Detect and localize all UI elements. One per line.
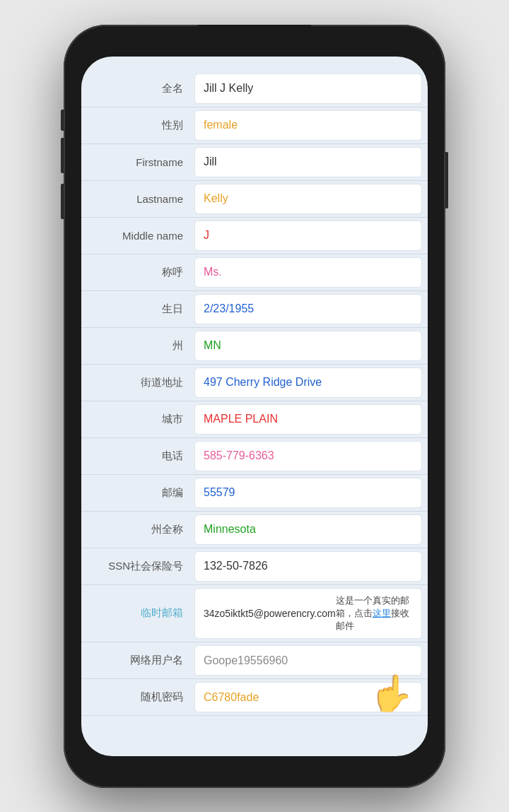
- field-text: 497 Cherry Ridge Drive: [204, 376, 322, 389]
- field-value: MAPLE PLAIN: [194, 404, 422, 435]
- table-row: 城市MAPLE PLAIN: [81, 401, 428, 438]
- table-row: 街道地址497 Cherry Ridge Drive: [81, 365, 428, 401]
- field-text: 132-50-7826: [204, 560, 268, 572]
- field-text: 585-779-6363: [204, 449, 274, 462]
- field-label: Middle name: [81, 218, 194, 254]
- field-value: J: [194, 220, 422, 251]
- volume-down-button: [61, 184, 64, 219]
- field-value: 585-779-6363: [194, 441, 422, 471]
- table-row: SSN社会保险号132-50-7826: [81, 548, 428, 585]
- table-row: LastnameKelly: [81, 181, 428, 218]
- field-label: 州全称: [81, 512, 194, 548]
- email-address: 34zo5iktkt5@powerencry.com: [204, 608, 336, 619]
- field-value: female: [194, 110, 422, 141]
- table-row: 称呼Ms.: [81, 254, 428, 291]
- field-label: 电话: [81, 438, 194, 474]
- table-row: 性别female: [81, 107, 428, 144]
- email-note: 这是一个真实的邮箱，点击这里接收邮件: [336, 594, 413, 633]
- mute-button: [61, 110, 64, 131]
- field-text: Minnesota: [204, 523, 256, 536]
- field-label: 全名: [81, 71, 194, 107]
- field-text: 2/23/1955: [204, 302, 254, 315]
- phone-frame: 全名Jill J Kelly性别femaleFirstnameJillLastn…: [64, 25, 445, 788]
- field-label: 州: [81, 328, 194, 364]
- table-row: 生日2/23/1955: [81, 291, 428, 328]
- email-link[interactable]: 这里: [373, 608, 391, 618]
- field-value: Goope19556960: [194, 645, 422, 676]
- field-label: SSN社会保险号: [81, 548, 194, 584]
- table-row: 全名Jill J Kelly: [81, 71, 428, 107]
- field-value: 497 Cherry Ridge Drive: [194, 367, 422, 398]
- field-text: J: [204, 229, 209, 242]
- field-label: 生日: [81, 291, 194, 327]
- field-label: 邮编: [81, 475, 194, 511]
- table-row: 临时邮箱34zo5iktkt5@powerencry.com这是一个真实的邮箱，…: [81, 585, 428, 643]
- field-value: Ms.: [194, 257, 422, 288]
- field-value: 34zo5iktkt5@powerencry.com这是一个真实的邮箱，点击这里…: [194, 588, 422, 640]
- field-text: C6780fade: [204, 691, 259, 704]
- field-value: 2/23/1955: [194, 294, 422, 324]
- field-text: Jill J Kelly: [204, 82, 253, 95]
- field-label: 临时邮箱: [81, 585, 194, 642]
- phone-wrapper: 全名Jill J Kelly性别femaleFirstnameJillLastn…: [0, 0, 509, 812]
- table-row: 电话585-779-6363: [81, 438, 428, 475]
- field-value: Jill J Kelly: [194, 73, 422, 104]
- field-value: 132-50-7826: [194, 551, 422, 582]
- field-text: Goope19556960: [204, 654, 288, 667]
- field-value: 55579: [194, 478, 422, 508]
- field-label: Lastname: [81, 181, 194, 217]
- field-text: Kelly: [204, 192, 228, 205]
- screen-content[interactable]: 全名Jill J Kelly性别femaleFirstnameJillLastn…: [81, 57, 428, 756]
- power-button: [445, 152, 448, 208]
- field-text: MAPLE PLAIN: [204, 413, 278, 425]
- phone-screen: 全名Jill J Kelly性别femaleFirstnameJillLastn…: [81, 57, 428, 756]
- table-row: Middle nameJ: [81, 218, 428, 254]
- table-row: 邮编55579: [81, 475, 428, 512]
- field-label: 性别: [81, 107, 194, 143]
- field-text: female: [204, 119, 238, 131]
- table-row: 州全称Minnesota: [81, 512, 428, 548]
- phone-notch: [198, 25, 311, 45]
- field-text: MN: [204, 339, 221, 352]
- field-text: 55579: [204, 486, 235, 499]
- field-text: Jill: [204, 155, 217, 168]
- field-text: Ms.: [204, 266, 222, 278]
- field-value: Kelly: [194, 184, 422, 214]
- table-row: 州MN: [81, 328, 428, 365]
- field-value: Jill: [194, 147, 422, 177]
- field-label: 网络用户名: [81, 642, 194, 678]
- field-value: MN: [194, 331, 422, 361]
- field-label: 随机密码: [81, 679, 194, 715]
- field-label: 城市: [81, 401, 194, 437]
- field-value: Minnesota: [194, 514, 422, 545]
- hand-cursor-icon: 👆: [370, 673, 414, 714]
- table-row: FirstnameJill: [81, 144, 428, 181]
- field-label: 街道地址: [81, 365, 194, 401]
- field-label: 称呼: [81, 254, 194, 290]
- volume-up-button: [61, 138, 64, 173]
- field-label: Firstname: [81, 144, 194, 180]
